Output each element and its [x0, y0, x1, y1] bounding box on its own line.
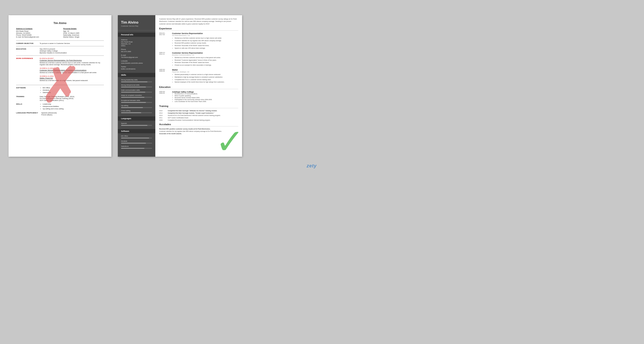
good-phone-value: 501-873-2669: [121, 51, 152, 53]
bad-resume: Tim Alvino Address & Contacts 831 Rasle …: [8, 15, 112, 157]
good-phone-item: Phone 501-873-2669: [118, 48, 155, 53]
good-twitter-label: Twitter: [121, 66, 152, 68]
good-train-2-year: 2014: [159, 112, 166, 114]
good-train-2-text: Completed the Dale Carnegie module, "Cre…: [168, 112, 238, 114]
bad-training: TRAINING Dale Carnegie Training Modules …: [16, 96, 104, 101]
good-twitter-item: Twitter twitter.com/timalvino: [118, 65, 155, 71]
bad-edu-degree: Bachelor Studies in Communication: [40, 52, 104, 54]
good-exp-3-title: Waiter: [172, 69, 238, 71]
good-train-4: 2011 SCP Career Certification Exam: [159, 117, 238, 119]
bad-skill-1: Leadership: [43, 103, 104, 105]
bad-skill-3: Up-selling and cross-selling: [43, 108, 104, 110]
good-skill-3: Solid communication skills.: [118, 89, 155, 94]
good-edu-1-dates: 2005-09 -2009-05: [159, 91, 170, 103]
good-train-1: 2015 Completed the Dale Carnegie "Attitu…: [159, 110, 238, 111]
bad-language: LANGUAGE PROFICIENCY Spanish (Advanced) …: [16, 112, 104, 116]
good-skill-1-bar: [121, 82, 148, 82]
bad-personal-title: Personal Details: [63, 28, 104, 30]
good-exp-2-b1: Worked as a full time customer service r…: [174, 57, 238, 59]
good-lang-1: Spanish: [118, 122, 155, 127]
good-lang-1-name: Spanish: [121, 122, 152, 124]
good-accolade-2: Customer retention for my regulars was 3…: [159, 131, 238, 132]
good-sw-3: Salesforce: [118, 145, 155, 150]
good-accolades-title: Accolades: [159, 123, 238, 126]
good-exp-3: 2005-06 -2009-09 Waiter Pizza Hut, Antel…: [159, 69, 238, 84]
bad-edu-school: Antelope Valley College: [40, 50, 104, 52]
good-skill-5-bar: [121, 102, 146, 103]
bad-sw-list: MS Office Zendesk Salesforce: [40, 87, 104, 94]
bad-work-3: 10-2009 to 11-2012 Waiter, Pizza Hut Wor…: [40, 75, 104, 82]
bad-addr-1: 831 Rasle Road: [16, 30, 57, 32]
good-summary: Customer Service Rep with 8+ years exper…: [159, 18, 238, 25]
good-exp-1-b2: Customer retention for my regulars was 3…: [174, 40, 238, 42]
main-container: Tim Alvino Address & Contacts 831 Rasle …: [0, 7, 322, 165]
bad-career-content: To pursue a career in Customer Service.: [40, 43, 104, 44]
bad-work-1: 01-2013 to 03-2017 Customer Service Repr…: [40, 58, 104, 66]
bad-train-3: SCP Career Certification (2011): [40, 100, 104, 101]
good-skill-1-name: Strong leadership skills.: [121, 79, 152, 81]
good-edu-1-b1: Received B.A. in Communications.: [174, 93, 238, 95]
bad-age: Age: 32: [63, 30, 104, 32]
bad-edu-content: Sep 2015 to present Antelope Valley Coll…: [40, 48, 104, 54]
bad-lang-1: Spanish (Advanced): [41, 112, 104, 114]
good-exp-2-dates: 2009-10 -2012-11: [159, 52, 170, 67]
good-exp-2-b2: Received "Customer Appreciation" bonus i…: [174, 59, 238, 61]
good-skill-6-name: Up-selling: [121, 105, 152, 107]
good-edu-1-school: Antelope Valley College: [172, 91, 238, 93]
good-skill-5-name: Exceptional telesales skills.: [121, 100, 152, 101]
bad-work-content: 01-2013 to 03-2017 Customer Service Repr…: [40, 58, 104, 83]
good-exp-2-b3: Received "Associate of the Month" award …: [174, 62, 238, 64]
good-person-name: Tim Alvino: [121, 21, 152, 25]
good-train-5-text: Completed Excelsior Communications' inte…: [168, 119, 238, 121]
good-skill-5-bar-bg: [121, 102, 152, 103]
bad-addr-2: Almeda, CA 94501: [16, 32, 57, 34]
good-sw-3-name: Salesforce: [121, 145, 152, 147]
good-exp-3-bullets: Worked passionately in customer service …: [172, 74, 238, 83]
good-skill-1: Strong leadership skills.: [118, 78, 155, 83]
good-edu-1-b2: Minor in public speaking.: [174, 95, 238, 97]
good-exp-3-content: Waiter Pizza Hut, Antelope, CA Worked pa…: [172, 69, 238, 84]
good-exp-3-dates: 2005-06 -2009-09: [159, 69, 170, 84]
good-exp-1-company: On Point Electronics, CA: [172, 35, 238, 37]
good-accolade-3: Associate of the month awards.: [159, 133, 238, 134]
bad-software: SOFTWARE MS Office Zendesk Salesforce: [16, 87, 104, 94]
bad-work-1-title: Customer Service Representative, On Poin…: [40, 59, 104, 61]
bad-skill-2: Interpersonal Abilities: [43, 105, 104, 107]
bad-skills-content: Leadership Interpersonal Abilities Up-se…: [40, 103, 104, 110]
bad-work-1-date: 01-2013 to 03-2017: [40, 58, 104, 59]
good-email-item: E-mail TimTAlvino@gmail.com: [118, 53, 155, 59]
good-email-value: TimTAlvino@gmail.com: [121, 56, 152, 58]
bad-career-label: CAREER OBJECTIVE: [16, 43, 36, 44]
good-sw-1: MS Office: [118, 134, 155, 140]
good-skill-4: Adept at complaint resolution.: [118, 94, 155, 99]
good-skill-3-bar: [121, 92, 145, 93]
good-resume-sidebar: Tim Alvino Customer Service Rep Personal…: [118, 15, 155, 157]
good-skill-7-name: Cross-selling: [121, 110, 152, 112]
good-address-label: Address: [121, 39, 152, 41]
good-sw-2-name: Zendesk: [121, 140, 152, 142]
good-skill-6: Up-selling: [118, 104, 155, 109]
bad-addr-4: E-mail: timTalvino@gmail.com: [16, 36, 57, 38]
bad-sw-3: Salesforce: [43, 92, 104, 94]
good-exp-2: 2009-10 -2012-11 Customer Service Repres…: [159, 52, 238, 67]
good-resume-wrapper: Tim Alvino Customer Service Rep Personal…: [118, 15, 242, 157]
good-skill-2-name: Strong interpersonal skills.: [121, 84, 152, 86]
good-exp-2-content: Customer Service Representative Excelsio…: [172, 52, 238, 67]
good-edu-title: Education: [159, 86, 238, 89]
good-edu-1-b5: Led a fundraiser for the local Green Tea…: [174, 101, 238, 102]
bad-addr-3: Phone: 5018732669: [16, 34, 57, 36]
good-exp-2-title: Customer Service Representative: [172, 52, 238, 54]
bad-train-label: TRAINING: [16, 96, 36, 101]
good-person-title: Customer Service Rep: [121, 25, 152, 27]
good-train-2: 2014 Completed the Dale Carnegie module,…: [159, 112, 238, 114]
good-skill-2-bar: [121, 87, 146, 88]
good-train-3: 2013 Scored 97% in On Point Electronics'…: [159, 115, 238, 116]
good-skill-6-bar: [121, 107, 143, 108]
good-exp-3-b1: Worked passionately in customer service …: [174, 74, 238, 76]
good-skill-3-bar-bg: [121, 92, 152, 93]
good-exp-1-b3: Received 99% positive customer survey re…: [174, 42, 238, 44]
bad-resume-name: Tim Alvino: [16, 22, 104, 25]
good-exp-3-b4: Named employee of the month three times …: [174, 81, 238, 83]
good-train-3-year: 2013: [159, 115, 166, 116]
bad-lang-content: Spanish (Advanced) French (Basic): [41, 112, 104, 116]
